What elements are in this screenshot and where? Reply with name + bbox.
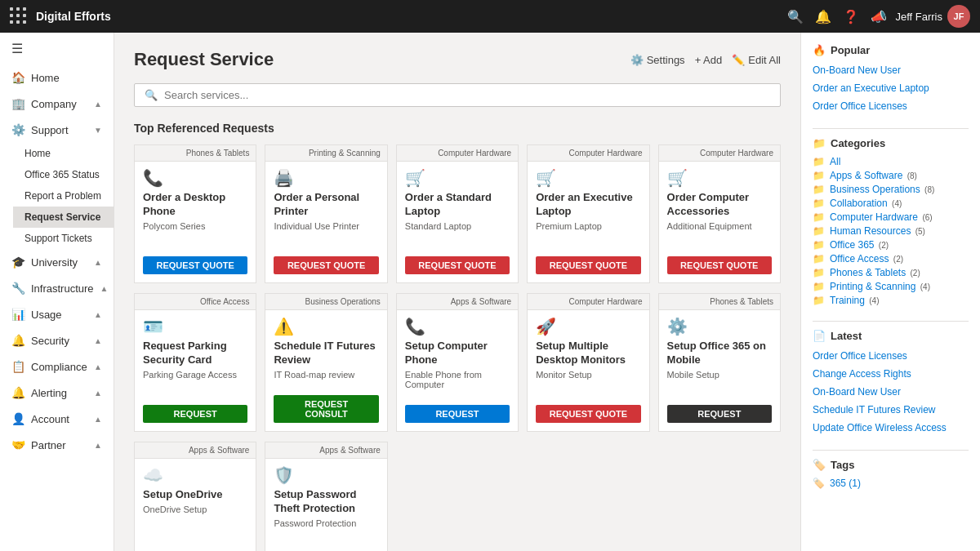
content-header: Request Service ⚙️ Settings + Add ✏️ Edi…: [134, 49, 781, 70]
cards-row-1: Phones & Tablets 📞 Order a Desktop Phone…: [134, 144, 781, 283]
sidebar-item-company[interactable]: 🏢 Company ▲: [0, 91, 114, 117]
report-problem-label: Report a Problem: [24, 190, 102, 202]
sidebar-support-label: Support: [31, 124, 87, 136]
search-input[interactable]: [164, 89, 770, 101]
category-training[interactable]: 📁Training (4): [813, 295, 969, 306]
card-computer-phone: Apps & Software 📞 Setup Computer Phone E…: [396, 293, 519, 432]
sidebar-item-office365-status[interactable]: Office 365 Status: [13, 164, 114, 185]
sidebar-item-infrastructure[interactable]: 🔧 Infrastructure ▲: [0, 275, 114, 301]
sidebar-item-usage[interactable]: 📊 Usage ▲: [0, 301, 114, 327]
usage-icon: 📊: [11, 308, 24, 321]
request-service-label: Request Service: [24, 211, 102, 223]
request-button[interactable]: REQUEST: [405, 405, 510, 423]
request-quote-button[interactable]: REQUEST QUOTE: [536, 405, 640, 423]
card-category: Apps & Software: [135, 442, 256, 459]
card-desktop-phone: Phones & Tablets 📞 Order a Desktop Phone…: [134, 144, 256, 283]
sidebar-item-security[interactable]: 🔔 Security ▲: [0, 327, 114, 353]
category-hr[interactable]: 📁Human Resources (5): [813, 225, 969, 237]
search-bar-icon: 🔍: [145, 89, 158, 101]
category-all[interactable]: 📁All: [813, 156, 969, 167]
category-printing[interactable]: 📁Printing & Scanning (4): [813, 281, 969, 292]
category-computer-hw[interactable]: 📁Computer Hardware (6): [813, 211, 969, 223]
category-office365[interactable]: 📁Office 365 (2): [813, 239, 969, 251]
support-home-label: Home: [24, 148, 102, 159]
latest-link-3[interactable]: On-Board New User: [813, 384, 969, 399]
category-phones[interactable]: 📁Phones & Tablets (2): [813, 267, 969, 278]
sidebar-item-home[interactable]: 🏠 Home: [0, 64, 114, 91]
chevron-icon7: ▲: [94, 415, 102, 424]
latest-link-5[interactable]: Update Office Wireless Access: [813, 420, 969, 435]
card-office365-mobile: Phones & Tablets ⚙️ Setup Office 365 on …: [658, 293, 781, 432]
apps-grid-icon[interactable]: [10, 7, 28, 25]
request-quote-button[interactable]: REQUEST QUOTE: [405, 256, 510, 274]
help-icon[interactable]: ❓: [843, 9, 859, 24]
sidebar-item-university[interactable]: 🎓 University ▲: [0, 249, 114, 275]
category-office-access[interactable]: 📁Office Access (2): [813, 253, 969, 264]
usage-label: Usage: [31, 309, 87, 321]
request-button[interactable]: REQUEST: [667, 405, 772, 423]
security-label: Security: [31, 335, 87, 347]
card-password-theft: Apps & Software 🛡️ Setup Password Theft …: [265, 442, 387, 551]
latest-link-2[interactable]: Change Access Rights: [813, 367, 969, 381]
settings-button[interactable]: ⚙️ Settings: [630, 54, 685, 66]
sidebar-item-account[interactable]: 👤 Account ▲: [0, 406, 114, 432]
sidebar-item-partner[interactable]: 🤝 Partner ▲: [0, 432, 114, 458]
university-icon: 🎓: [11, 256, 24, 269]
shield-icon: 🛡️: [274, 465, 378, 485]
content-actions: ⚙️ Settings + Add ✏️ Edit All: [630, 54, 781, 66]
support-submenu: Home Office 365 Status Report a Problem …: [0, 143, 114, 249]
category-collaboration[interactable]: 📁Collaboration (4): [813, 198, 969, 209]
sidebar-home-label: Home: [31, 72, 102, 84]
edit-all-button[interactable]: ✏️ Edit All: [732, 54, 781, 66]
card-category: Phones & Tablets: [659, 294, 780, 310]
bell-icon[interactable]: 🔔: [815, 9, 831, 24]
card-subtitle: Mobile Setup: [667, 370, 772, 398]
user-menu[interactable]: Jeff Farris JF: [895, 5, 970, 28]
sidebar-item-support-tickets[interactable]: Support Tickets: [13, 228, 114, 249]
search-bar[interactable]: 🔍: [134, 83, 781, 107]
sidebar-item-report-problem[interactable]: Report a Problem: [13, 185, 114, 207]
card-executive-laptop: Computer Hardware 🛒 Order an Executive L…: [527, 144, 649, 283]
tag-365[interactable]: 🏷️ 365 (1): [813, 478, 969, 489]
chevron-icon2: ▲: [100, 284, 109, 293]
sidebar-item-request-service[interactable]: Request Service: [13, 207, 114, 228]
topnav: Digital Efforts 🔍 🔔 ❓ 📣 Jeff Farris JF: [0, 0, 980, 33]
card-category: Computer Hardware: [528, 294, 648, 310]
card-onedrive: Apps & Software ☁️ Setup OneDrive OneDri…: [134, 442, 256, 551]
main-layout: ☰ 🏠 Home 🏢 Company ▲ ⚙️ Support ▼ Home O…: [0, 33, 980, 551]
category-apps[interactable]: 📁Apps & Software (8): [813, 170, 969, 181]
request-quote-button[interactable]: REQUEST QUOTE: [274, 256, 378, 274]
add-button[interactable]: + Add: [695, 54, 723, 66]
card-title: Setup Multiple Desktop Monitors: [536, 340, 640, 367]
brand: Digital Efforts: [36, 10, 111, 23]
card-subtitle: Polycom Series: [143, 221, 247, 250]
card-title: Setup Password Theft Protection: [274, 488, 378, 516]
sidebar-item-alerting[interactable]: 🔔 Alerting ▲: [0, 380, 114, 406]
request-quote-button[interactable]: REQUEST QUOTE: [143, 256, 247, 274]
request-button[interactable]: REQUEST: [143, 405, 247, 423]
latest-link-4[interactable]: Schedule IT Futures Review: [813, 402, 969, 417]
megaphone-icon[interactable]: 📣: [871, 9, 887, 24]
sidebar-company-label: Company: [31, 98, 87, 110]
sidebar-item-support[interactable]: ⚙️ Support ▼: [0, 117, 114, 143]
search-icon[interactable]: 🔍: [787, 9, 804, 24]
card-personal-printer: Printing & Scanning 🖨️ Order a Personal …: [265, 144, 387, 283]
sidebar: ☰ 🏠 Home 🏢 Company ▲ ⚙️ Support ▼ Home O…: [0, 33, 114, 551]
sidebar-item-support-home[interactable]: Home: [13, 143, 114, 164]
chevron-up-icon: ▲: [94, 100, 102, 109]
category-business-ops[interactable]: 📁Business Operations (8): [813, 184, 969, 195]
popular-link-2[interactable]: Order an Executive Laptop: [813, 81, 969, 96]
request-quote-button[interactable]: REQUEST QUOTE: [667, 256, 772, 274]
sidebar-item-compliance[interactable]: 📋 Compliance ▲: [0, 353, 114, 380]
hamburger-button[interactable]: ☰: [0, 33, 114, 64]
warning-icon: ⚠️: [274, 317, 378, 336]
request-consult-button[interactable]: REQUEST CONSULT: [274, 395, 378, 423]
request-quote-button[interactable]: REQUEST QUOTE: [536, 256, 640, 274]
card-category: Computer Hardware: [659, 145, 780, 162]
latest-link-1[interactable]: Order Office Licenses: [813, 349, 969, 363]
popular-link-3[interactable]: Order Office Licenses: [813, 99, 969, 113]
popular-icon: 🔥: [813, 44, 826, 56]
chevron-icon5: ▲: [94, 362, 102, 371]
popular-link-1[interactable]: On-Board New User: [813, 63, 969, 78]
security-icon: 🔔: [11, 334, 24, 347]
